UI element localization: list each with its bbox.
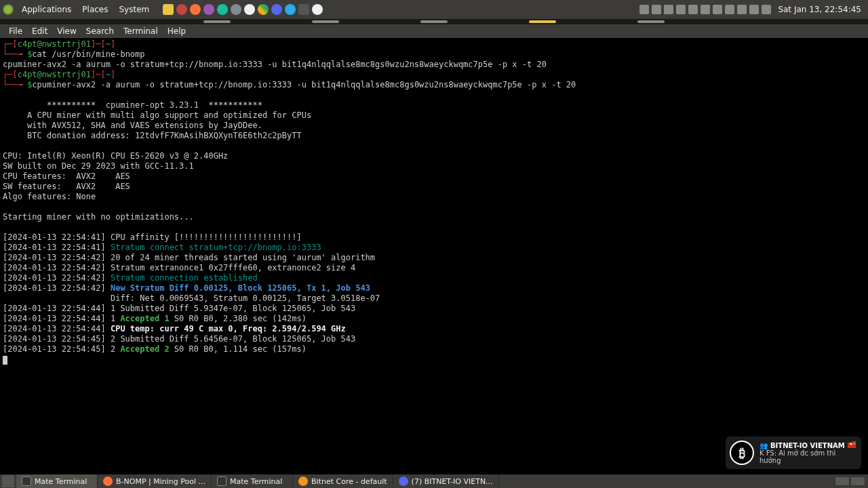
tray-icon[interactable]: [664, 5, 673, 14]
menu-places[interactable]: Places: [77, 5, 113, 14]
taskbar-item[interactable]: B-NOMP | Mining Pool ...: [98, 474, 212, 488]
firefox-icon[interactable]: [190, 4, 201, 15]
task-label: Mate Terminal: [230, 477, 282, 486]
taskbar-item[interactable]: Bitnet Core - default: [293, 474, 393, 488]
app-icon[interactable]: [231, 4, 241, 15]
app-icon[interactable]: [244, 4, 255, 15]
terminal-window: File Edit View Search Terminal Help ┌─[c…: [0, 24, 868, 474]
notification-text: K FS: Ai mở đc sớm thì hưởng: [760, 449, 857, 464]
app-icon[interactable]: [176, 4, 187, 15]
task-label: (7) BITNET-IO VIETN...: [412, 477, 493, 486]
task-icon: [298, 476, 308, 486]
taskbar-item[interactable]: Mate Terminal: [212, 474, 293, 488]
telegram-icon[interactable]: [285, 4, 296, 15]
menu-help[interactable]: Help: [163, 26, 191, 36]
show-desktop-button[interactable]: [2, 475, 14, 487]
workspace-1[interactable]: [835, 476, 850, 486]
files-icon[interactable]: [163, 4, 174, 15]
task-icon: [103, 476, 113, 486]
task-label: Bitnet Core - default: [311, 477, 387, 486]
workspace-2[interactable]: [850, 476, 865, 486]
task-icon: [399, 476, 408, 486]
tray-icon[interactable]: [725, 5, 734, 14]
terminal-menubar: File Edit View Search Terminal Help: [0, 24, 868, 38]
menu-terminal[interactable]: Terminal: [119, 26, 163, 36]
menu-file[interactable]: File: [4, 26, 27, 36]
quicklaunch: [163, 4, 323, 15]
mate-logo-icon: [3, 4, 14, 15]
notification-popup[interactable]: ₿ 👥 BITNET-IO VIETNAM K FS: Ai mở đc sớm…: [726, 436, 861, 469]
task-label: Mate Terminal: [35, 477, 87, 486]
menu-system[interactable]: System: [113, 5, 155, 14]
tray-icon[interactable]: [713, 5, 722, 14]
menu-applications[interactable]: Applications: [16, 5, 77, 14]
terminal-output[interactable]: ┌─[c4pt@nwstrtrj01]─[~] └──╼ $cat /usr/b…: [0, 38, 868, 474]
top-panel: Applications Places System Sat Jan 13, 2…: [0, 0, 868, 19]
menu-view[interactable]: View: [52, 26, 81, 36]
taskbar-item[interactable]: Mate Terminal: [16, 474, 98, 488]
task-icon: [22, 476, 31, 486]
network-icon[interactable]: [749, 5, 759, 14]
system-tray: Sat Jan 13, 22:54:45: [639, 5, 865, 14]
menu-search[interactable]: Search: [81, 26, 119, 36]
task-icon: [217, 476, 226, 486]
notification-title: BITNET-IO VIETNAM: [770, 442, 845, 449]
task-label: B-NOMP | Mining Pool ...: [116, 477, 205, 486]
app-icon[interactable]: [203, 4, 214, 15]
bitcoin-icon: ₿: [730, 441, 754, 465]
workspace-switcher[interactable]: [835, 476, 868, 486]
app-icon[interactable]: [312, 4, 323, 15]
tray-icon[interactable]: [688, 5, 698, 14]
volume-icon[interactable]: [762, 5, 771, 14]
tray-icon[interactable]: [652, 5, 661, 14]
tray-icon[interactable]: [676, 5, 686, 14]
discord-icon[interactable]: [271, 4, 282, 15]
app-icon[interactable]: [217, 4, 228, 15]
close-icon[interactable]: ✕: [852, 439, 857, 447]
taskbar-item[interactable]: (7) BITNET-IO VIETN...: [393, 474, 499, 488]
clock[interactable]: Sat Jan 13, 22:54:45: [774, 5, 865, 14]
chrome-icon[interactable]: [258, 4, 269, 15]
notification-body: 👥 BITNET-IO VIETNAM K FS: Ai mở đc sớm t…: [760, 442, 857, 464]
bottom-panel: Mate TerminalB-NOMP | Mining Pool ...Mat…: [0, 474, 868, 488]
tray-icon[interactable]: [639, 5, 649, 14]
app-icon[interactable]: [298, 4, 309, 15]
tray-icon[interactable]: [737, 5, 747, 14]
menu-edit[interactable]: Edit: [27, 26, 52, 36]
tray-icon[interactable]: [701, 5, 710, 14]
